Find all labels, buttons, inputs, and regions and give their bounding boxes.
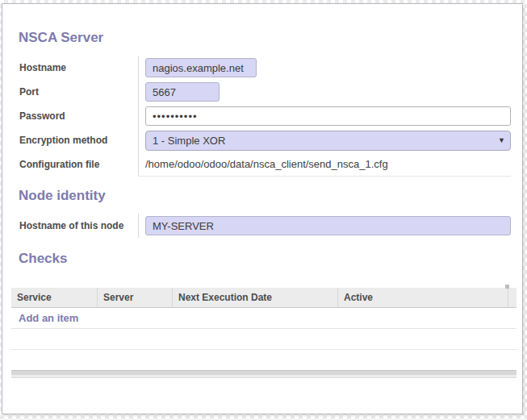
column-header-server[interactable]: Server	[98, 288, 173, 307]
port-label: Port	[17, 86, 138, 98]
encryption-method-select-wrap: 1 - Simple XOR ▼	[145, 131, 511, 151]
table-row-add: Add an item	[11, 308, 517, 329]
encryption-method-select[interactable]: 1 - Simple XOR	[145, 131, 511, 151]
node-hostname-field-cell	[138, 214, 511, 238]
section-title-checks: Checks	[19, 251, 511, 267]
password-field-cell	[138, 104, 511, 128]
desktop-background: { "colors": { "accent": "#7c7bad", "fiel…	[0, 0, 527, 420]
hostname-label: Hostname	[17, 62, 138, 73]
add-an-item-link[interactable]: Add an item	[11, 312, 78, 324]
configuration-file-value: /home/odoo/odoo/data/nsca_client/send_ns…	[145, 158, 388, 170]
scrollbar-corner	[505, 285, 509, 289]
section-title-node-identity: Node identity	[19, 188, 511, 204]
checks-table-header: Service Server Next Execution Date Activ…	[11, 288, 517, 308]
password-input[interactable]	[145, 106, 511, 126]
column-header-spacer	[508, 288, 517, 307]
column-header-active[interactable]: Active	[338, 288, 508, 307]
port-input[interactable]	[145, 82, 220, 102]
node-identity-group: Hostname of this node	[17, 214, 511, 238]
encryption-method-label: Encryption method	[17, 135, 138, 146]
hostname-field-cell	[138, 56, 511, 80]
section-title-nsca-server: NSCA Server	[19, 30, 511, 46]
column-header-service[interactable]: Service	[11, 288, 98, 307]
nsca-server-group: Hostname Port Password Encryption method…	[17, 56, 511, 177]
encryption-method-field-cell: 1 - Simple XOR ▼	[138, 128, 511, 152]
configuration-file-label: Configuration file	[17, 159, 138, 170]
horizontal-scrollbar[interactable]	[11, 370, 517, 378]
node-hostname-input[interactable]	[145, 216, 511, 235]
form-row-node-hostname: Hostname of this node	[17, 214, 511, 238]
port-field-cell	[138, 80, 511, 104]
table-row-empty-1	[11, 329, 517, 350]
column-header-next-execution-date[interactable]: Next Execution Date	[173, 288, 338, 307]
form-sheet: NSCA Server Hostname Port Password Encry…	[2, 3, 523, 414]
form-row-configuration-file: Configuration file /home/odoo/odoo/data/…	[17, 152, 511, 177]
checks-table: Service Server Next Execution Date Activ…	[11, 288, 517, 378]
configuration-file-field-cell: /home/odoo/odoo/data/nsca_client/send_ns…	[138, 152, 511, 177]
hostname-input[interactable]	[145, 58, 257, 77]
table-row-empty-2	[11, 350, 517, 370]
form-row-port: Port	[17, 80, 511, 104]
form-row-hostname: Hostname	[17, 56, 511, 80]
node-hostname-label: Hostname of this node	[17, 220, 138, 231]
form-row-password: Password	[17, 104, 511, 128]
form-row-encryption-method: Encryption method 1 - Simple XOR ▼	[17, 128, 511, 152]
password-label: Password	[17, 110, 138, 122]
